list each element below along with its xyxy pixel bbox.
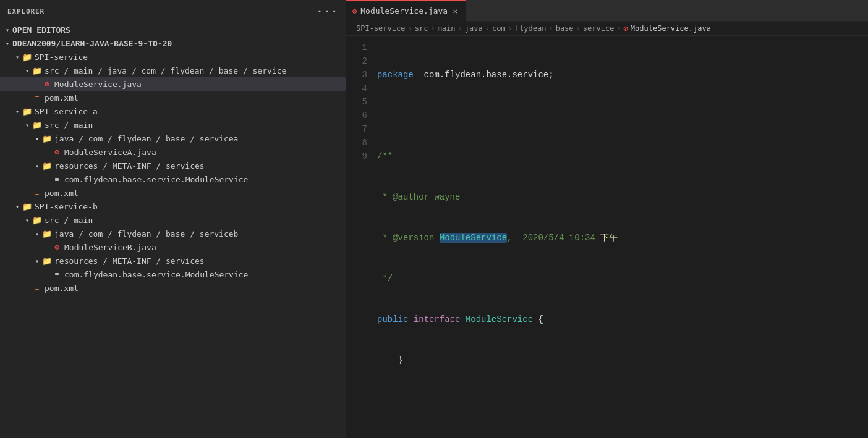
breadcrumb-service: service [583,24,615,33]
xml-icon: ≡ [32,94,42,102]
tree-item-service-file-a[interactable]: ≡ com.flydean.base.service.ModuleService [0,172,346,186]
code-line-3: /** [377,150,868,163]
chevron-open-editors: ▾ [2,27,12,33]
folder-icon: 📁 [42,229,52,238]
tree-item-pom-xml-a[interactable]: ≡ pom.xml [0,186,346,200]
breadcrumb-java: java [465,24,483,33]
tree-item-spi-service[interactable]: ▾ 📁 SPI-service [0,50,346,64]
line-numbers: 1 2 3 4 5 6 7 8 9 [346,41,377,433]
breadcrumb-com: com [492,24,506,33]
code-line-8: } [377,353,868,367]
folder-icon: 📁 [42,256,52,266]
xml-icon: ≡ [32,189,42,197]
tree-item-resources-b[interactable]: ▾ 📁 resources / META-INF / services [0,254,346,267]
code-line-4: * @author wayne [377,190,868,204]
tree-item-java-servicea[interactable]: ▾ 📁 java / com / flydean / base / servic… [0,132,346,145]
tree-item-src-main-java[interactable]: ▾ 📁 src / main / java / com / flydean / … [0,64,346,77]
breadcrumb-file: ⊘ ModuleService.java [624,24,711,33]
breadcrumb: SPI-service › src › main › java › com › … [346,22,868,36]
error-icon: ⊘ [42,80,52,88]
code-line-1: package com.flydean.base.service; [377,68,868,82]
tab-close-button[interactable]: × [451,6,459,16]
sidebar: EXPLORER ··· ▾ OPEN EDITORS ▾ DDEAN2009/… [0,0,346,438]
tab-label: ModuleService.java [360,6,448,15]
section-open-editors[interactable]: ▾ OPEN EDITORS [0,23,346,36]
tree-item-resources-a[interactable]: ▾ 📁 resources / META-INF / services [0,159,346,172]
code-line-2 [377,109,868,122]
tree-item-pom-xml-1[interactable]: ≡ pom.xml [0,91,346,104]
tabs-bar: ⊘ ModuleService.java × [346,0,868,22]
folder-icon: 📁 [32,120,42,130]
code-line-5: * @version ModuleService, 2020/5/4 10:34… [377,231,868,245]
tree-item-pom-xml-b[interactable]: ≡ pom.xml [0,281,346,295]
breadcrumb-error-icon: ⊘ [624,24,628,33]
breadcrumb-main: main [438,24,456,33]
sidebar-header: EXPLORER ··· [0,0,346,23]
tree-item-src-main-b[interactable]: ▾ 📁 src / main [0,213,346,227]
tree-item-module-service-b[interactable]: ⊘ ModuleServiceB.java [0,240,346,254]
xml-icon: ≡ [32,284,42,292]
section-repo[interactable]: ▾ DDEAN2009/LEARN-JAVA-BASE-9-TO-20 [0,36,346,50]
code-line-6: */ [377,272,868,285]
tab-error-icon: ⊘ [352,7,357,15]
folder-icon: 📁 [22,53,32,62]
breadcrumb-src: src [415,24,428,33]
tree-item-spi-service-a[interactable]: ▾ 📁 SPI-service-a [0,104,346,118]
error-icon: ⊘ [52,148,62,156]
tree-item-spi-service-b[interactable]: ▾ 📁 SPI-service-b [0,200,346,213]
file-icon: ≡ [52,175,62,183]
editor: ⊘ ModuleService.java × SPI-service › src… [346,0,868,438]
code-line-7: public interface ModuleService { [377,313,868,326]
chevron-repo: ▾ [2,40,12,47]
folder-icon: 📁 [22,202,32,211]
file-icon: ≡ [52,271,62,279]
tree-item-module-service-a[interactable]: ⊘ ModuleServiceA.java [0,145,346,159]
sidebar-more-button[interactable]: ··· [316,5,338,18]
error-icon: ⊘ [52,243,62,251]
folder-icon: 📁 [42,134,52,143]
tree-item-java-serviceb[interactable]: ▾ 📁 java / com / flydean / base / servic… [0,227,346,240]
breadcrumb-spi-service: SPI-service [356,24,405,33]
breadcrumb-flydean: flydean [515,24,547,33]
folder-icon: 📁 [32,66,42,75]
tab-module-service[interactable]: ⊘ ModuleService.java × [346,0,466,22]
breadcrumb-base: base [556,24,574,33]
open-editors-label: OPEN EDITORS [12,25,70,35]
tree-item-src-main-a[interactable]: ▾ 📁 src / main [0,118,346,132]
folder-icon: 📁 [22,107,32,116]
tree-item-module-service-java[interactable]: ⊘ ModuleService.java [0,77,346,91]
code-content[interactable]: package com.flydean.base.service; /** * … [377,41,868,433]
code-area[interactable]: 1 2 3 4 5 6 7 8 9 package com.flydean.ba… [346,36,868,438]
repo-label: DDEAN2009/LEARN-JAVA-BASE-9-TO-20 [12,39,172,48]
tree-item-service-file-b[interactable]: ≡ com.flydean.base.service.ModuleService [0,267,346,281]
explorer-title: EXPLORER [7,7,45,15]
code-line-9 [377,394,868,408]
folder-icon: 📁 [32,216,42,225]
folder-icon: 📁 [42,161,52,171]
